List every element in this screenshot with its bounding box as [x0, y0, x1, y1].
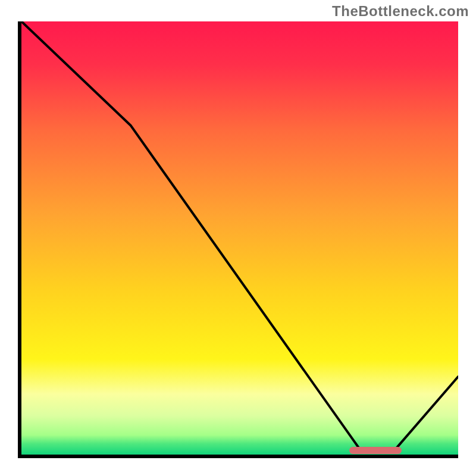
bottleneck-curve — [21, 21, 458, 455]
chart-frame — [18, 21, 458, 458]
flat-segment-marker — [349, 447, 402, 454]
watermark-text: TheBottleneck.com — [332, 3, 469, 20]
plot-area — [21, 21, 458, 455]
